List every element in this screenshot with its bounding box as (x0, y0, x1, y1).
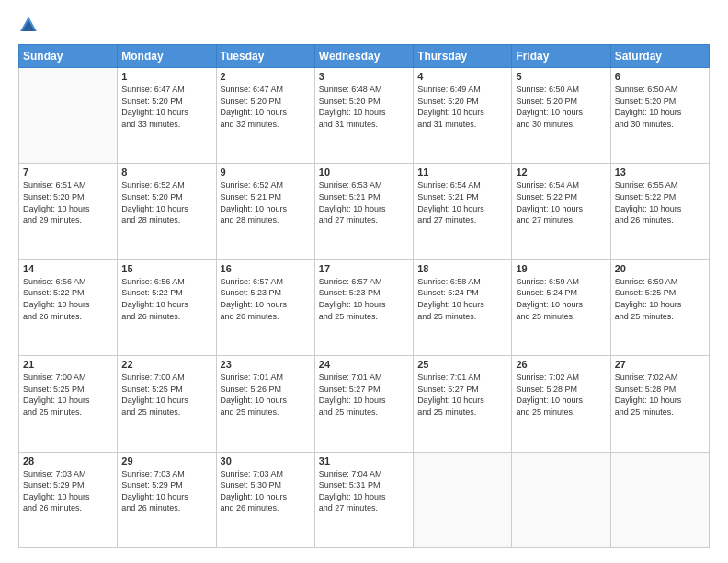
calendar-cell: 31Sunrise: 7:04 AM Sunset: 5:31 PM Dayli… (314, 452, 413, 547)
calendar-cell: 2Sunrise: 6:47 AM Sunset: 5:20 PM Daylig… (216, 68, 314, 164)
day-info: Sunrise: 6:51 AM Sunset: 5:20 PM Dayligh… (23, 179, 113, 225)
day-info: Sunrise: 7:00 AM Sunset: 5:25 PM Dayligh… (121, 372, 211, 418)
calendar-cell: 27Sunrise: 7:02 AM Sunset: 5:28 PM Dayli… (610, 356, 709, 452)
day-number: 3 (319, 71, 409, 82)
day-number: 23 (221, 359, 311, 370)
day-info: Sunrise: 7:04 AM Sunset: 5:31 PM Dayligh… (319, 468, 409, 514)
calendar-cell: 22Sunrise: 7:00 AM Sunset: 5:25 PM Dayli… (118, 356, 216, 452)
day-info: Sunrise: 6:47 AM Sunset: 5:20 PM Dayligh… (121, 84, 211, 130)
calendar-cell: 26Sunrise: 7:02 AM Sunset: 5:28 PM Dayli… (512, 356, 610, 452)
calendar-cell: 21Sunrise: 7:00 AM Sunset: 5:25 PM Dayli… (19, 356, 118, 452)
day-number: 6 (615, 71, 705, 82)
header (18, 15, 710, 35)
calendar-cell: 11Sunrise: 6:54 AM Sunset: 5:21 PM Dayli… (414, 164, 512, 259)
day-info: Sunrise: 7:00 AM Sunset: 5:25 PM Dayligh… (23, 372, 113, 418)
day-info: Sunrise: 6:55 AM Sunset: 5:22 PM Dayligh… (615, 179, 705, 225)
day-number: 9 (221, 167, 311, 178)
day-number: 31 (319, 455, 409, 466)
day-number: 11 (417, 167, 507, 178)
day-info: Sunrise: 6:57 AM Sunset: 5:23 PM Dayligh… (221, 276, 311, 322)
day-number: 18 (417, 263, 507, 274)
calendar-week-3: 14Sunrise: 6:56 AM Sunset: 5:22 PM Dayli… (19, 259, 710, 355)
day-number: 27 (615, 359, 705, 370)
weekday-header-sunday: Sunday (19, 45, 118, 68)
day-info: Sunrise: 7:03 AM Sunset: 5:29 PM Dayligh… (23, 468, 113, 514)
day-number: 17 (319, 263, 409, 274)
day-info: Sunrise: 6:48 AM Sunset: 5:20 PM Dayligh… (319, 84, 409, 130)
calendar-cell: 14Sunrise: 6:56 AM Sunset: 5:22 PM Dayli… (19, 259, 118, 355)
calendar-cell: 4Sunrise: 6:49 AM Sunset: 5:20 PM Daylig… (414, 68, 512, 164)
day-info: Sunrise: 6:54 AM Sunset: 5:21 PM Dayligh… (417, 179, 507, 225)
day-info: Sunrise: 6:54 AM Sunset: 5:22 PM Dayligh… (516, 179, 606, 225)
calendar-cell: 16Sunrise: 6:57 AM Sunset: 5:23 PM Dayli… (216, 259, 314, 355)
day-info: Sunrise: 6:58 AM Sunset: 5:24 PM Dayligh… (417, 276, 507, 322)
calendar-body: 1Sunrise: 6:47 AM Sunset: 5:20 PM Daylig… (19, 68, 710, 548)
weekday-header-thursday: Thursday (414, 45, 512, 68)
calendar-cell: 6Sunrise: 6:50 AM Sunset: 5:20 PM Daylig… (610, 68, 709, 164)
calendar-cell: 30Sunrise: 7:03 AM Sunset: 5:30 PM Dayli… (216, 452, 314, 547)
calendar-cell: 7Sunrise: 6:51 AM Sunset: 5:20 PM Daylig… (19, 164, 118, 259)
day-number: 28 (23, 455, 113, 466)
day-info: Sunrise: 6:47 AM Sunset: 5:20 PM Dayligh… (221, 84, 311, 130)
day-number: 19 (516, 263, 606, 274)
day-info: Sunrise: 6:50 AM Sunset: 5:20 PM Dayligh… (615, 84, 705, 130)
calendar-cell: 18Sunrise: 6:58 AM Sunset: 5:24 PM Dayli… (414, 259, 512, 355)
day-number: 30 (221, 455, 311, 466)
calendar: SundayMondayTuesdayWednesdayThursdayFrid… (18, 44, 710, 548)
day-number: 13 (615, 167, 705, 178)
day-number: 29 (121, 455, 211, 466)
day-number: 15 (121, 263, 211, 274)
day-number: 1 (121, 71, 211, 82)
day-info: Sunrise: 7:02 AM Sunset: 5:28 PM Dayligh… (516, 372, 606, 418)
day-info: Sunrise: 6:50 AM Sunset: 5:20 PM Dayligh… (516, 84, 606, 130)
day-number: 24 (319, 359, 409, 370)
calendar-cell: 8Sunrise: 6:52 AM Sunset: 5:20 PM Daylig… (118, 164, 216, 259)
day-number: 20 (615, 263, 705, 274)
page: SundayMondayTuesdayWednesdayThursdayFrid… (0, 0, 728, 563)
calendar-header-row: SundayMondayTuesdayWednesdayThursdayFrid… (19, 45, 710, 68)
calendar-cell: 20Sunrise: 6:59 AM Sunset: 5:25 PM Dayli… (610, 259, 709, 355)
calendar-cell: 12Sunrise: 6:54 AM Sunset: 5:22 PM Dayli… (512, 164, 610, 259)
calendar-cell: 9Sunrise: 6:52 AM Sunset: 5:21 PM Daylig… (216, 164, 314, 259)
weekday-header-saturday: Saturday (610, 45, 709, 68)
day-info: Sunrise: 6:49 AM Sunset: 5:20 PM Dayligh… (417, 84, 507, 130)
day-number: 7 (23, 167, 113, 178)
calendar-cell: 5Sunrise: 6:50 AM Sunset: 5:20 PM Daylig… (512, 68, 610, 164)
calendar-cell (19, 68, 118, 164)
weekday-header-friday: Friday (512, 45, 610, 68)
calendar-cell: 13Sunrise: 6:55 AM Sunset: 5:22 PM Dayli… (610, 164, 709, 259)
calendar-cell: 1Sunrise: 6:47 AM Sunset: 5:20 PM Daylig… (118, 68, 216, 164)
day-number: 14 (23, 263, 113, 274)
day-number: 10 (319, 167, 409, 178)
day-number: 4 (417, 71, 507, 82)
calendar-week-5: 28Sunrise: 7:03 AM Sunset: 5:29 PM Dayli… (19, 452, 710, 547)
day-info: Sunrise: 7:01 AM Sunset: 5:27 PM Dayligh… (319, 372, 409, 418)
day-info: Sunrise: 7:03 AM Sunset: 5:29 PM Dayligh… (121, 468, 211, 514)
weekday-header-monday: Monday (118, 45, 216, 68)
day-info: Sunrise: 7:03 AM Sunset: 5:30 PM Dayligh… (221, 468, 311, 514)
calendar-cell: 3Sunrise: 6:48 AM Sunset: 5:20 PM Daylig… (314, 68, 413, 164)
day-number: 25 (417, 359, 507, 370)
calendar-cell: 23Sunrise: 7:01 AM Sunset: 5:26 PM Dayli… (216, 356, 314, 452)
day-number: 2 (221, 71, 311, 82)
calendar-cell: 28Sunrise: 7:03 AM Sunset: 5:29 PM Dayli… (19, 452, 118, 547)
day-info: Sunrise: 7:02 AM Sunset: 5:28 PM Dayligh… (615, 372, 705, 418)
calendar-cell (512, 452, 610, 547)
day-number: 16 (221, 263, 311, 274)
weekday-header-tuesday: Tuesday (216, 45, 314, 68)
day-number: 21 (23, 359, 113, 370)
day-info: Sunrise: 6:56 AM Sunset: 5:22 PM Dayligh… (23, 276, 113, 322)
day-number: 26 (516, 359, 606, 370)
day-info: Sunrise: 6:52 AM Sunset: 5:21 PM Dayligh… (221, 179, 311, 225)
day-info: Sunrise: 6:52 AM Sunset: 5:20 PM Dayligh… (121, 179, 211, 225)
calendar-week-2: 7Sunrise: 6:51 AM Sunset: 5:20 PM Daylig… (19, 164, 710, 259)
calendar-cell: 24Sunrise: 7:01 AM Sunset: 5:27 PM Dayli… (314, 356, 413, 452)
calendar-cell: 17Sunrise: 6:57 AM Sunset: 5:23 PM Dayli… (314, 259, 413, 355)
day-number: 8 (121, 167, 211, 178)
day-info: Sunrise: 7:01 AM Sunset: 5:26 PM Dayligh… (221, 372, 311, 418)
weekday-header-wednesday: Wednesday (314, 45, 413, 68)
calendar-cell (610, 452, 709, 547)
calendar-week-4: 21Sunrise: 7:00 AM Sunset: 5:25 PM Dayli… (19, 356, 710, 452)
day-info: Sunrise: 6:59 AM Sunset: 5:25 PM Dayligh… (615, 276, 705, 322)
calendar-cell: 25Sunrise: 7:01 AM Sunset: 5:27 PM Dayli… (414, 356, 512, 452)
